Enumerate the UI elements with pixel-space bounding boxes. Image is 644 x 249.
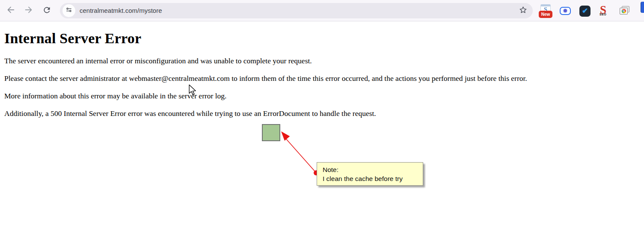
bookmark-star-button[interactable] xyxy=(516,4,529,17)
chrome-logo-icon xyxy=(622,9,626,13)
extension-seo-suite-button[interactable]: S New xyxy=(540,4,552,17)
error-page-content: Internal Server Error The server encount… xyxy=(0,22,644,249)
address-bar[interactable]: centralmeatmkt.com/mystore xyxy=(60,3,533,18)
forward-arrow-icon xyxy=(24,5,33,16)
url-text[interactable]: centralmeatmkt.com/mystore xyxy=(80,7,516,14)
back-button[interactable] xyxy=(3,3,18,18)
checkmark-icon: ✔ xyxy=(579,6,591,17)
note-title: Note: xyxy=(323,165,423,174)
note-body: I clean the cache before try xyxy=(323,174,423,183)
new-badge: New xyxy=(539,11,552,18)
forward-button[interactable] xyxy=(21,3,36,18)
page-title: Internal Server Error xyxy=(4,30,640,47)
error-paragraph-1: The server encountered an internal error… xyxy=(4,56,640,65)
record-dot-icon xyxy=(564,9,567,12)
extension-task-check-button[interactable]: ✔ xyxy=(579,4,591,17)
clipped-extension-icon[interactable] xyxy=(641,2,644,13)
tune-sliders-icon xyxy=(65,6,73,15)
reload-icon xyxy=(42,6,51,16)
reload-button[interactable] xyxy=(39,3,54,18)
browser-toolbar: centralmeatmkt.com/mystore S New ✔ S SEO xyxy=(0,0,644,21)
error-paragraph-2: Please contact the server administrator … xyxy=(4,74,640,83)
annotation-note-box: Note: I clean the cache before try xyxy=(317,162,423,186)
star-outline-icon xyxy=(519,6,528,16)
error-paragraph-4: Additionally, a 500 Internal Server Erro… xyxy=(4,109,640,118)
extension-screenshot-button[interactable] xyxy=(618,4,630,17)
error-paragraph-3: More information about this error may be… xyxy=(4,92,640,101)
site-info-button[interactable] xyxy=(62,4,75,17)
extension-seo-button[interactable]: S SEO xyxy=(599,4,611,17)
recorder-icon xyxy=(560,7,571,15)
seo-label: SEO xyxy=(599,13,606,16)
back-arrow-icon xyxy=(6,5,15,16)
extensions-strip: S New ✔ S SEO xyxy=(540,4,630,17)
extension-recorder-button[interactable] xyxy=(559,4,571,17)
annotation-green-square xyxy=(262,124,280,141)
window-front-icon xyxy=(620,8,628,15)
